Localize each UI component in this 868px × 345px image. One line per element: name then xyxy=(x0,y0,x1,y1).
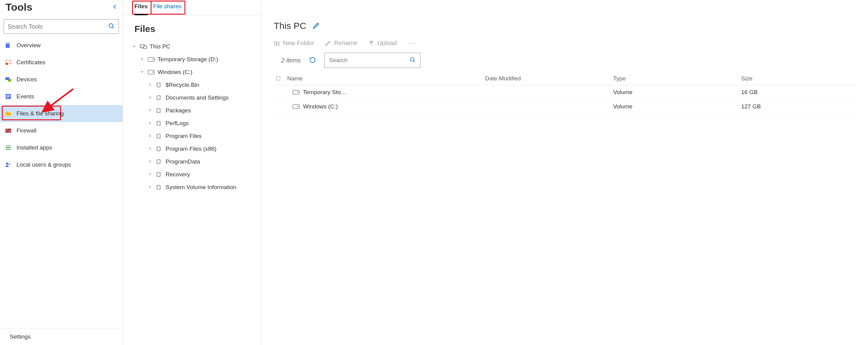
folder-outline-icon xyxy=(156,82,162,88)
svg-line-39 xyxy=(414,61,415,62)
file-date xyxy=(483,100,611,114)
tree-node-folder[interactable]: ProgramData xyxy=(147,155,261,168)
location-row: This PC xyxy=(274,0,856,31)
collapse-sidebar-icon[interactable] xyxy=(112,3,118,11)
file-list-pane: This PC New Folder Rename Upload ··· 2 i… xyxy=(261,0,868,345)
tree-node-folder[interactable]: Program Files (x86) xyxy=(147,142,261,155)
sidebar-title: Tools xyxy=(5,1,32,13)
folder-tree[interactable]: This PC Temporary Storage (D:) Windows (… xyxy=(123,38,261,345)
tab-file-shares[interactable]: File shares xyxy=(153,3,181,15)
table-row[interactable]: Windows (C:)Volume127 GB xyxy=(274,100,856,114)
column-header-date[interactable]: Date Modified xyxy=(483,72,611,85)
refresh-button[interactable] xyxy=(309,57,316,64)
column-header-name[interactable]: Name xyxy=(285,72,483,85)
tree-node-label: Documents and Settings xyxy=(165,94,229,101)
apps-icon xyxy=(5,144,11,151)
tools-sidebar: Tools Overview Certificates Devi xyxy=(0,0,123,345)
chevron-right-icon[interactable] xyxy=(147,95,153,101)
table-row[interactable]: Temporary Sto…Volume16 GB xyxy=(274,85,856,100)
select-all-checkbox[interactable] xyxy=(276,76,280,80)
tree-node-folder[interactable]: Recovery xyxy=(147,168,261,181)
tree-node-this-pc[interactable]: This PC xyxy=(131,40,261,53)
overview-icon xyxy=(5,42,11,49)
tabs-row: Files File shares xyxy=(123,0,261,15)
tree-node-folder[interactable]: $Recycle.Bin xyxy=(147,78,261,91)
sidebar-item-overview[interactable]: Overview xyxy=(0,37,123,54)
tree-node-drive-d[interactable]: Temporary Storage (D:) xyxy=(139,53,261,66)
files-pane-title: Files xyxy=(123,15,261,38)
chevron-right-icon[interactable] xyxy=(147,172,153,177)
sidebar-item-devices[interactable]: Devices xyxy=(0,71,123,88)
folder-outline-icon xyxy=(156,133,162,139)
tree-node-label: Windows (C:) xyxy=(158,69,192,75)
chevron-right-icon[interactable] xyxy=(147,82,153,88)
sidebar-list: Overview Certificates Devices Events xyxy=(0,37,123,328)
folder-outline-icon xyxy=(156,95,162,101)
chevron-right-icon[interactable] xyxy=(147,134,153,139)
chevron-right-icon[interactable] xyxy=(147,185,153,190)
column-header-size[interactable]: Size xyxy=(739,72,856,85)
tools-search-input[interactable] xyxy=(8,23,108,30)
svg-rect-7 xyxy=(8,79,11,81)
filter-row: 2 items xyxy=(274,51,856,72)
svg-rect-26 xyxy=(157,96,160,100)
tree-node-folder[interactable]: Program Files xyxy=(147,130,261,142)
file-search-input[interactable] xyxy=(329,57,407,64)
tree-node-folder[interactable]: Packages xyxy=(147,104,261,117)
toolbar-label: Upload xyxy=(377,40,397,46)
rename-button[interactable]: Rename xyxy=(325,40,357,46)
sidebar-item-firewall[interactable]: Firewall xyxy=(0,122,123,139)
sidebar-item-label: Certificates xyxy=(17,59,45,66)
more-actions-button[interactable]: ··· xyxy=(408,40,415,46)
search-icon xyxy=(108,23,115,30)
chevron-right-icon[interactable] xyxy=(147,146,153,152)
svg-rect-9 xyxy=(7,95,10,96)
sidebar-item-certificates[interactable]: Certificates xyxy=(0,54,123,71)
sidebar-item-files[interactable]: Files & file sharing xyxy=(0,105,123,122)
new-folder-button[interactable]: New Folder xyxy=(274,40,314,46)
sidebar-settings[interactable]: Settings xyxy=(0,328,123,345)
chevron-right-icon[interactable] xyxy=(147,121,153,126)
file-search-box[interactable] xyxy=(324,53,421,68)
edit-location-button[interactable] xyxy=(312,22,320,30)
toolbar-label: New Folder xyxy=(283,40,314,46)
chevron-right-icon[interactable] xyxy=(147,108,153,113)
sidebar-item-label: Local users & groups xyxy=(17,161,71,168)
computer-icon xyxy=(140,44,147,49)
upload-button[interactable]: Upload xyxy=(368,40,397,46)
events-icon xyxy=(5,93,11,100)
svg-rect-27 xyxy=(157,108,160,113)
chevron-right-icon[interactable] xyxy=(139,57,145,62)
tree-node-label: Program Files xyxy=(165,133,202,139)
sidebar-item-label: Installed apps xyxy=(17,144,52,151)
tree-node-folder[interactable]: PerfLogs xyxy=(147,117,261,130)
chevron-down-icon[interactable] xyxy=(131,44,137,49)
devices-icon xyxy=(5,76,11,83)
tree-node-folder[interactable]: Documents and Settings xyxy=(147,91,261,104)
svg-rect-31 xyxy=(157,160,160,164)
sidebar-item-installed-apps[interactable]: Installed apps xyxy=(0,139,123,156)
column-header-type[interactable]: Type xyxy=(611,72,739,85)
tree-node-folder[interactable]: System Volume Information xyxy=(147,181,261,194)
sidebar-item-events[interactable]: Events xyxy=(0,88,123,105)
svg-rect-29 xyxy=(157,134,160,138)
search-icon xyxy=(410,57,416,64)
chevron-right-icon[interactable] xyxy=(147,159,153,165)
folder-outline-icon xyxy=(156,146,162,152)
drive-icon xyxy=(293,90,300,94)
svg-rect-10 xyxy=(7,96,10,97)
items-count: 2 items xyxy=(281,57,301,64)
chevron-down-icon[interactable] xyxy=(139,70,145,75)
sidebar-item-label: Devices xyxy=(17,76,37,83)
tree-node-label: Program Files (x86) xyxy=(165,145,216,152)
tab-files[interactable]: Files xyxy=(134,3,148,15)
svg-rect-30 xyxy=(157,147,160,151)
tree-node-drive-c[interactable]: Windows (C:) xyxy=(139,66,261,78)
tools-search-box[interactable] xyxy=(4,19,119,34)
tree-node-label: PerfLogs xyxy=(165,120,189,127)
drive-icon xyxy=(148,69,155,75)
sidebar-item-local-users[interactable]: Local users & groups xyxy=(0,156,123,173)
svg-rect-11 xyxy=(7,97,9,98)
sidebar-item-label: Files & file sharing xyxy=(17,110,64,117)
tree-node-label: Recovery xyxy=(165,171,190,178)
